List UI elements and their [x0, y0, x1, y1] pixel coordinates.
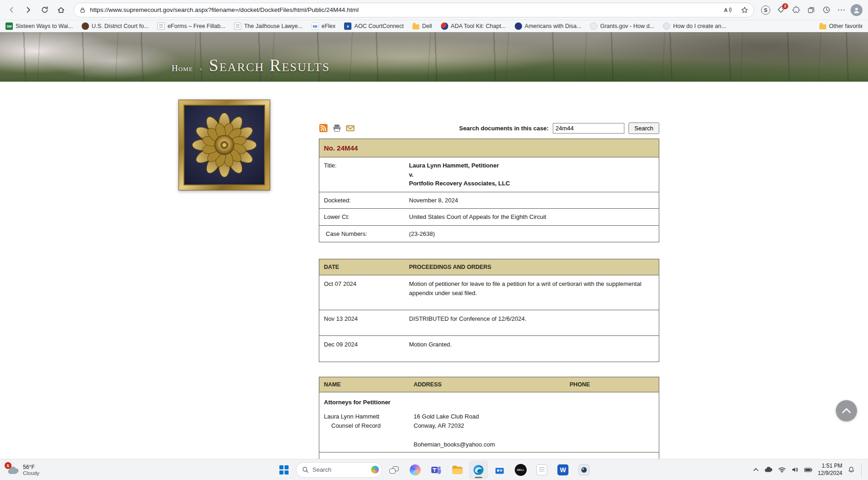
bookmark-item[interactable]: Grants.gov - How d...: [590, 22, 654, 30]
read-aloud-icon[interactable]: A: [721, 4, 734, 17]
weather-temperature: 56°F: [23, 464, 39, 470]
extensions-puzzle-icon[interactable]: [789, 3, 803, 17]
column-header-address: ADDRESS: [409, 377, 565, 392]
detail-value: Laura Lynn Hammett, Petitioner v. Portfo…: [405, 157, 659, 192]
task-view-button[interactable]: [385, 461, 403, 479]
bookmark-item[interactable]: eForms – Free Fillab...: [157, 22, 225, 30]
case-search-label: Search documents in this case:: [459, 125, 549, 132]
notifications-icon[interactable]: [848, 466, 855, 473]
store-button[interactable]: [490, 461, 509, 479]
other-favorites-button[interactable]: Other favorites: [819, 23, 862, 29]
scroll-to-top-button[interactable]: [836, 400, 857, 421]
case-search-input[interactable]: [553, 123, 624, 134]
proceedings-table: DATE PROCEEDINGS AND ORDERS Oct 07 2024 …: [319, 259, 659, 362]
table-row: Docketed: November 8, 2024: [319, 192, 659, 209]
other-favorites-label: Other favorites: [829, 23, 862, 29]
bookmark-label: U.S. District Court fo...: [92, 23, 149, 29]
grants-logo-icon: [590, 22, 597, 30]
history-icon[interactable]: [819, 3, 833, 17]
dell-app-button[interactable]: DELL: [512, 461, 530, 479]
refresh-icon[interactable]: [37, 2, 52, 18]
file-explorer-button[interactable]: [448, 461, 467, 479]
bookmark-label: Grants.gov - How d...: [600, 23, 654, 29]
search-highlights-icon: [371, 466, 379, 474]
windows-taskbar: 5 56°F Cloudy Search: [0, 459, 868, 480]
detail-label: Docketed:: [319, 192, 405, 209]
empty-cell: [319, 433, 409, 452]
hidden-icons-chevron[interactable]: [753, 468, 759, 472]
weather-widget[interactable]: 5 56°F Cloudy: [4, 459, 43, 480]
print-icon[interactable]: [332, 123, 341, 133]
s-extension-icon[interactable]: S: [759, 3, 773, 17]
notepad-button[interactable]: [533, 461, 551, 479]
profile-avatar[interactable]: [850, 3, 863, 17]
contact-address-cell: 16 Gold Lake Club Road Conway, AR 72032: [409, 409, 565, 433]
site-lock-icon[interactable]: [79, 7, 86, 13]
document-icon: [234, 22, 241, 30]
show-desktop-strip[interactable]: [861, 463, 862, 477]
back-icon[interactable]: [4, 2, 19, 18]
email-icon[interactable]: [345, 123, 355, 133]
collections-icon[interactable]: [804, 3, 818, 17]
contact-email-row: Bohemian_books@yahoo.com: [319, 433, 659, 452]
store-icon: [494, 464, 505, 475]
proceedings-row: Dec 09 2024 Motion Granted.: [319, 336, 659, 362]
settings-menu-icon[interactable]: ⋯: [835, 3, 848, 17]
column-header-date: DATE: [319, 259, 405, 275]
copilot-icon: [410, 464, 421, 475]
bookmark-item[interactable]: Americans with Disa...: [515, 22, 582, 30]
address-line: 16 Gold Lake Club Road: [414, 412, 561, 421]
detail-label: Case Numbers:: [319, 225, 405, 242]
table-row: Case Numbers: (23-2638): [319, 225, 659, 242]
bookmark-label: The Jailhouse Lawye...: [244, 23, 303, 29]
bookmark-label: eFlex: [322, 23, 336, 29]
coupon-extension-icon[interactable]: 2: [774, 3, 788, 17]
copilot-button[interactable]: [406, 461, 424, 479]
bookmark-item[interactable]: U.S. District Court fo...: [82, 22, 149, 30]
document-icon: [157, 22, 165, 30]
browser-toolbar: https://www.supremecourt.gov/search.aspx…: [0, 0, 868, 20]
proceeding-text: Motion Granted.: [405, 336, 659, 362]
help-page-icon: [663, 22, 670, 30]
bookmark-item[interactable]: The Jailhouse Lawye...: [234, 22, 303, 30]
table-header-row: NAME ADDRESS PHONE: [319, 377, 659, 392]
home-icon[interactable]: [53, 2, 69, 18]
bookmark-item[interactable]: SM Sixteen Ways to Wai...: [6, 22, 73, 30]
favorites-star-icon[interactable]: [738, 4, 751, 17]
bookmark-folder[interactable]: Dell: [412, 23, 432, 29]
bookmark-item[interactable]: How do I create an...: [663, 22, 726, 30]
proceedings-row: Nov 13 2024 DISTRIBUTED for Conference o…: [319, 310, 659, 336]
address-line: Conway, AR 72032: [414, 421, 561, 430]
taskbar-search-box[interactable]: Search: [296, 462, 382, 478]
bookmark-label: How do I create an...: [673, 23, 726, 29]
title-line: Laura Lynn Hammett, Petitioner: [409, 161, 655, 170]
wifi-icon[interactable]: [778, 467, 786, 473]
folder-icon: [412, 24, 419, 29]
forward-icon[interactable]: [20, 2, 36, 18]
taskbar-clock[interactable]: 1:51 PM 12/9/2024: [818, 463, 842, 477]
start-button[interactable]: [275, 461, 293, 479]
bookmark-item[interactable]: A AOC CourtConnect: [344, 22, 404, 30]
breadcrumb-home-link[interactable]: Home: [172, 63, 193, 73]
clock-time: 1:51 PM: [818, 463, 842, 470]
rss-feed-icon[interactable]: [319, 123, 328, 133]
word-button[interactable]: W: [554, 461, 572, 479]
notification-count-badge: 5: [5, 462, 11, 469]
bookmark-item[interactable]: ADA Tool Kit: Chapt...: [441, 22, 506, 30]
battery-icon[interactable]: [804, 468, 812, 472]
edge-browser-button[interactable]: [469, 461, 488, 479]
contact-email: Bohemian_books@yahoo.com: [409, 433, 565, 452]
teams-button[interactable]: [427, 461, 445, 479]
detail-value: November 8, 2024: [405, 192, 659, 209]
case-search-button[interactable]: Search: [629, 123, 659, 134]
camera-button[interactable]: [575, 461, 593, 479]
title-line: Portfolio Recovery Associates, LLC: [409, 179, 655, 188]
volume-icon[interactable]: [791, 467, 799, 473]
address-bar[interactable]: https://www.supremecourt.gov/search.aspx…: [73, 3, 754, 17]
bookmark-item[interactable]: EB eFlex: [312, 22, 336, 30]
contacts-group-row: Attorneys for Petitioner: [319, 392, 659, 409]
url-text[interactable]: https://www.supremecourt.gov/search.aspx…: [90, 6, 717, 13]
ada-logo-icon: [441, 22, 448, 30]
dell-icon: DELL: [515, 464, 527, 476]
onedrive-icon[interactable]: [764, 467, 773, 473]
